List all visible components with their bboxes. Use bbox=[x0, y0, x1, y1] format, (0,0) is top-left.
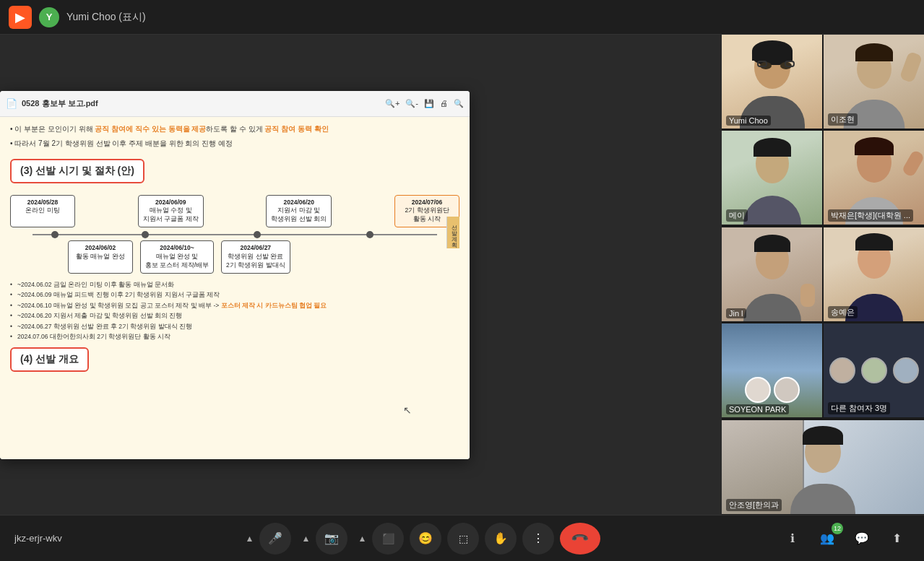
tl-date-3: 2024/06/20 bbox=[271, 199, 327, 207]
more-button[interactable]: ⋮ bbox=[522, 523, 554, 555]
tl-date-1: 2024/05/28 bbox=[15, 199, 70, 207]
emoji-button[interactable]: 😊 bbox=[410, 523, 441, 555]
person-jin-video bbox=[722, 227, 822, 321]
more-icon: ⋮ bbox=[532, 531, 544, 545]
present-button[interactable]: ⬛ bbox=[372, 523, 404, 555]
soyeon-name-label: SOYEON PARK bbox=[726, 404, 789, 414]
timeline-box-1: 2024/05/28 온라인 미팅 bbox=[10, 195, 75, 228]
video-cell-mei: 메이 bbox=[722, 131, 822, 225]
others-label: 다른 참여자 3명 bbox=[828, 402, 890, 414]
pdf-controls: 🔍+ 🔍- 💾 🖨 🔍 bbox=[385, 99, 464, 108]
tl-blabel-1: 활동 매뉴얼 완성 bbox=[73, 253, 128, 261]
activities-icon: ⬚ bbox=[459, 533, 468, 544]
other-avatar-2 bbox=[861, 357, 887, 383]
cam-chevron-up[interactable]: ▲ bbox=[297, 530, 314, 547]
pdf-filename: 0528 홍보부 보고.pdf bbox=[22, 98, 98, 109]
bottom-bar: jkz-erjr-wkv ▲ 🎤 ▲ 📷 ▲ ⬛ 😊 bbox=[0, 515, 924, 561]
mic-group: ▲ 🎤 bbox=[241, 523, 291, 555]
present-chevron-up[interactable]: ▲ bbox=[353, 530, 371, 547]
video-cell-soyeon: 🎤̶ SOYEON PARK bbox=[722, 323, 822, 417]
tl-blabel-2: 매뉴얼 완성 및홍보 포스터 제작/배부 bbox=[145, 253, 209, 270]
tl-date-4: 2024/07/06 bbox=[400, 199, 454, 207]
top-bar: ▶ Y Yumi Choo (표시) bbox=[0, 0, 924, 35]
park-name-label: 박재은[학생](대학원 ... bbox=[828, 209, 913, 222]
bullet-3: ~2024.06.10 매뉴얼 완성 및 학생위원 모집 공고 포스터 제작 및… bbox=[10, 300, 459, 310]
people-icon: 👥 bbox=[820, 531, 834, 545]
tl-date-2: 2024/06/09 bbox=[143, 199, 199, 207]
anza-hair bbox=[803, 426, 843, 445]
tl-label-3: 지원서 마감 및학생위원 선발 회의 bbox=[271, 206, 327, 224]
song-name-label: 송예은 bbox=[828, 306, 858, 318]
pdf-slide: 📄 0528 홍보부 보고.pdf 🔍+ 🔍- 💾 🖨 🔍 • 이 부분은 모인… bbox=[0, 91, 470, 459]
cam-icon: 📷 bbox=[324, 531, 339, 545]
soyeon-bubble1 bbox=[745, 377, 771, 403]
info-icon: ℹ bbox=[790, 531, 795, 545]
mic-icon: 🎤 bbox=[268, 531, 282, 545]
other-avatar-3 bbox=[893, 357, 919, 383]
video-cell-yumi: Yumi Choo bbox=[722, 35, 822, 129]
zoom-in-btn[interactable]: 🔍+ bbox=[385, 99, 400, 108]
app-logo-icon: ▶ bbox=[15, 9, 25, 25]
raise-hand-icon: ✋ bbox=[493, 531, 508, 545]
person-yumi-video bbox=[722, 35, 822, 129]
bullet-list: ~2024.06.02 금일 온라인 미팅 이후 활동 매뉴얼 문서화 ~202… bbox=[10, 279, 459, 342]
cam-button[interactable]: 📷 bbox=[316, 523, 347, 555]
presentation-area: 📄 0528 홍보부 보고.pdf 🔍+ 🔍- 💾 🖨 🔍 • 이 부분은 모인… bbox=[0, 35, 722, 515]
chat-icon: 💬 bbox=[855, 531, 869, 545]
tl-label-2: 매뉴얼 수정 및지원서 구글폼 제작 bbox=[143, 206, 199, 224]
anza-name-label: 안조영[한의과 bbox=[726, 499, 782, 511]
timeline-top-row: 2024/05/28 온라인 미팅 2024/06/09 매뉴얼 수정 및지원서… bbox=[10, 195, 459, 228]
soyeon-bubble2 bbox=[774, 377, 800, 403]
end-call-button[interactable]: 📞 bbox=[560, 523, 600, 555]
timeline-box-b2: 2024/06/10~ 매뉴얼 완성 및홍보 포스터 제작/배부 bbox=[140, 240, 214, 274]
tl-label-1: 온라인 미팅 bbox=[15, 206, 70, 215]
pdf-print-btn[interactable]: 🖨 bbox=[440, 99, 448, 108]
tl-bdate-2: 2024/06/10~ bbox=[145, 244, 209, 253]
raise-hand-button[interactable]: ✋ bbox=[485, 523, 517, 555]
other-avatar-1 bbox=[829, 357, 855, 383]
present-icon: ⬛ bbox=[382, 533, 394, 544]
video-cell-jin: Jin l bbox=[722, 227, 822, 321]
video-cell-others: 다른 참여자 3명 bbox=[824, 323, 924, 417]
timeline-line bbox=[10, 230, 459, 239]
slide-content: • 이 부분은 모인이기 위해 공직 참여에 직수 있는 동력을 제공하도록 할… bbox=[0, 117, 470, 459]
more-options-button[interactable]: ⬆ bbox=[884, 526, 910, 552]
bullet-6: 2024.07.06 대한어한의사회 2기 학생위원단 활동 시작 bbox=[10, 331, 459, 342]
timeline-box-2: 2024/06/09 매뉴얼 수정 및지원서 구글폼 제작 bbox=[138, 195, 204, 228]
timeline-box-b1: 2024/06/02 활동 매뉴얼 완성 bbox=[68, 240, 133, 274]
tl-blabel-3: 학생위원 선발 완료2기 학생위원 발대식 bbox=[226, 253, 285, 270]
meeting-code: jkz-erjr-wkv bbox=[14, 533, 62, 544]
pdf-icon: 📄 bbox=[6, 98, 17, 109]
mic-chevron-up[interactable]: ▲ bbox=[241, 530, 258, 547]
section3-title: (3) 선발 시기 및 절차 (안) bbox=[10, 159, 144, 183]
pdf-save-btn[interactable]: 💾 bbox=[424, 99, 434, 108]
bullet-5: ~2024.06.27 학생위원 선발 완료 후 2기 학생위원 발대식 진행 bbox=[10, 321, 459, 331]
video-grid: Yumi Choo 이조현 메이 🎤̶ bbox=[722, 35, 924, 515]
slide-header: • 이 부분은 모인이기 위해 공직 참여에 직수 있는 동력을 제공하도록 할… bbox=[10, 124, 459, 134]
video-cell-park: 🎤̶ 박재은[학생](대학원 ... bbox=[824, 131, 924, 225]
video-cell-anza: 안조영[한의과 bbox=[722, 420, 924, 514]
pdf-search-btn[interactable]: 🔍 bbox=[454, 99, 464, 108]
info-button[interactable]: ℹ bbox=[780, 526, 806, 552]
mei-name-label: 메이 bbox=[726, 209, 748, 222]
zoom-out-btn[interactable]: 🔍- bbox=[405, 99, 418, 108]
soyeon-avatar-bubbles bbox=[745, 377, 800, 403]
timeline: 2024/05/28 온라인 미팅 2024/06/09 매뉴얼 수정 및지원서… bbox=[10, 195, 459, 274]
app-icon: ▶ bbox=[9, 6, 32, 29]
cam-group: ▲ 📷 bbox=[297, 523, 347, 555]
user-avatar: Y bbox=[39, 7, 59, 27]
video-cell-song: 🎤̶ 송예은 bbox=[824, 227, 924, 321]
activities-button[interactable]: ⬚ bbox=[447, 523, 479, 555]
section4-title: (4) 선발 개요 bbox=[10, 347, 89, 372]
tl-bdate-1: 2024/06/02 bbox=[73, 244, 128, 253]
controls-center: ▲ 🎤 ▲ 📷 ▲ ⬛ 😊 ⬚ ✋ bbox=[241, 523, 600, 555]
timeline-bottom-row: 2024/06/02 활동 매뉴얼 완성 2024/06/10~ 매뉴얼 완성 … bbox=[10, 240, 459, 274]
mic-button[interactable]: 🎤 bbox=[259, 523, 291, 555]
lee-name-label: 이조현 bbox=[828, 113, 858, 126]
chat-button[interactable]: 💬 bbox=[849, 526, 875, 552]
present-group: ▲ ⬛ bbox=[353, 523, 404, 555]
emoji-icon: 😊 bbox=[418, 531, 433, 545]
timeline-box-3: 2024/06/20 지원서 마감 및학생위원 선발 회의 bbox=[266, 195, 332, 228]
slide-subheader: • 따라서 7월 2기 학생위원 선발 이후 주제 배분을 위한 회의 진행 예… bbox=[10, 139, 459, 149]
end-call-icon: 📞 bbox=[571, 529, 591, 549]
